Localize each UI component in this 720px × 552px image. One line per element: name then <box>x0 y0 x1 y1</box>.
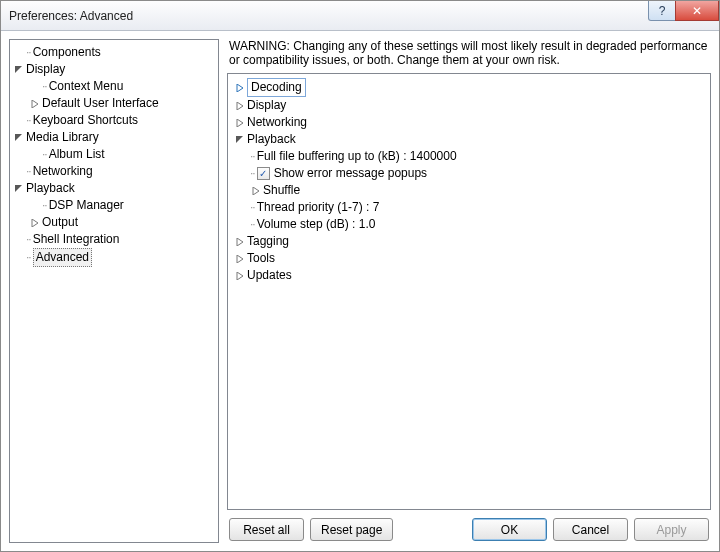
option-decoding[interactable]: Decoding <box>230 78 708 97</box>
apply-button[interactable]: Apply <box>634 518 709 541</box>
option-shuffle[interactable]: Shuffle <box>230 182 708 199</box>
titlebar: Preferences: Advanced ? ✕ <box>1 1 719 31</box>
sidebar-item-album-list[interactable]: ··Album List <box>12 146 216 163</box>
advanced-options-tree[interactable]: Decoding Display Networking Playback ··F… <box>227 73 711 510</box>
tree-leaf-icon: ·· <box>42 146 47 163</box>
ok-button[interactable]: OK <box>472 518 547 541</box>
tree-leaf-icon: ·· <box>250 165 255 182</box>
tree-leaf-icon: ·· <box>250 216 255 233</box>
sidebar-item-shell[interactable]: ··Shell Integration <box>12 231 216 248</box>
expand-icon[interactable] <box>234 117 246 129</box>
preferences-window: Preferences: Advanced ? ✕ ··Components D… <box>0 0 720 552</box>
sidebar-item-networking[interactable]: ··Networking <box>12 163 216 180</box>
tree-leaf-icon: ·· <box>26 231 31 248</box>
sidebar-item-playback[interactable]: Playback <box>12 180 216 197</box>
cancel-button[interactable]: Cancel <box>553 518 628 541</box>
reset-page-button[interactable]: Reset page <box>310 518 393 541</box>
sidebar-item-advanced[interactable]: ··Advanced <box>12 248 216 267</box>
sidebar-item-context-menu[interactable]: ··Context Menu <box>12 78 216 95</box>
expand-icon[interactable] <box>234 253 246 265</box>
tree-leaf-icon: ·· <box>26 163 31 180</box>
expand-icon[interactable] <box>234 270 246 282</box>
expand-icon[interactable] <box>29 217 41 229</box>
collapse-icon[interactable] <box>13 64 25 76</box>
sidebar-item-display[interactable]: Display <box>12 61 216 78</box>
window-title: Preferences: Advanced <box>9 9 133 23</box>
option-display[interactable]: Display <box>230 97 708 114</box>
expand-icon[interactable] <box>234 236 246 248</box>
option-updates[interactable]: Updates <box>230 267 708 284</box>
content: ··Components Display ··Context Menu Defa… <box>1 31 719 551</box>
category-tree[interactable]: ··Components Display ··Context Menu Defa… <box>9 39 219 543</box>
collapse-icon[interactable] <box>13 132 25 144</box>
sidebar-item-keyboard[interactable]: ··Keyboard Shortcuts <box>12 112 216 129</box>
option-tagging[interactable]: Tagging <box>230 233 708 250</box>
close-icon: ✕ <box>692 4 702 18</box>
tree-leaf-icon: ·· <box>26 249 31 266</box>
option-volume-step[interactable]: ··Volume step (dB) : 1.0 <box>230 216 708 233</box>
tree-leaf-icon: ·· <box>42 197 47 214</box>
expand-icon[interactable] <box>234 100 246 112</box>
sidebar-item-output[interactable]: Output <box>12 214 216 231</box>
collapse-icon[interactable] <box>13 183 25 195</box>
sidebar-item-media-library[interactable]: Media Library <box>12 129 216 146</box>
tree-leaf-icon: ·· <box>26 44 31 61</box>
help-button[interactable]: ? <box>648 1 676 21</box>
option-networking[interactable]: Networking <box>230 114 708 131</box>
option-playback[interactable]: Playback <box>230 131 708 148</box>
expand-icon[interactable] <box>29 98 41 110</box>
option-show-error-popups[interactable]: ··✓Show error message popups <box>230 165 708 182</box>
tree-leaf-icon: ·· <box>250 199 255 216</box>
warning-text: WARNING: Changing any of these settings … <box>227 39 711 73</box>
main-panel: WARNING: Changing any of these settings … <box>227 39 711 543</box>
button-bar: Reset all Reset page OK Cancel Apply <box>227 510 711 543</box>
collapse-icon[interactable] <box>234 134 246 146</box>
sidebar-item-components[interactable]: ··Components <box>12 44 216 61</box>
window-buttons: ? ✕ <box>649 1 719 21</box>
help-icon: ? <box>659 4 666 18</box>
tree-leaf-icon: ·· <box>250 148 255 165</box>
close-button[interactable]: ✕ <box>675 1 719 21</box>
expand-icon[interactable] <box>234 82 246 94</box>
sidebar-item-dsp-manager[interactable]: ··DSP Manager <box>12 197 216 214</box>
tree-leaf-icon: ·· <box>42 78 47 95</box>
option-tools[interactable]: Tools <box>230 250 708 267</box>
tree-leaf-icon: ·· <box>26 112 31 129</box>
option-full-file-buffering[interactable]: ··Full file buffering up to (kB) : 14000… <box>230 148 708 165</box>
reset-all-button[interactable]: Reset all <box>229 518 304 541</box>
sidebar-item-default-ui[interactable]: Default User Interface <box>12 95 216 112</box>
checkbox-checked-icon[interactable]: ✓ <box>257 167 270 180</box>
expand-icon[interactable] <box>250 185 262 197</box>
option-thread-priority[interactable]: ··Thread priority (1-7) : 7 <box>230 199 708 216</box>
